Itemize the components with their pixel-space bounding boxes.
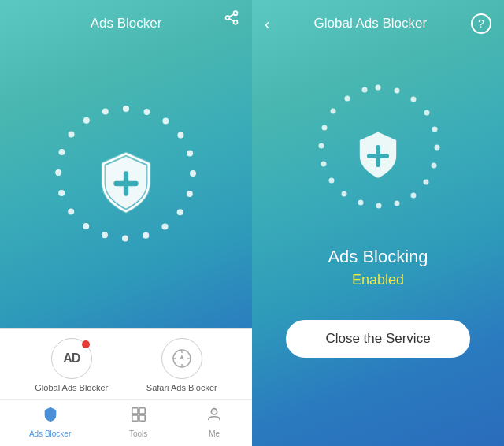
svg-point-13: [162, 224, 169, 230]
ads-blocker-tab-icon: [42, 406, 59, 427]
svg-point-52: [321, 161, 327, 166]
svg-point-40: [411, 96, 417, 102]
ads-blocker-tab-label: Ads Blocker: [29, 429, 71, 438]
me-tab-label: Me: [209, 429, 220, 438]
svg-point-55: [331, 108, 336, 113]
global-ads-blocker-circle: AD: [51, 338, 92, 379]
dotted-circle-area[interactable]: [43, 101, 209, 266]
svg-point-14: [143, 232, 149, 239]
safari-ads-blocker-circle: [161, 338, 202, 379]
right-panel: ‹ Global Ads Blocker ?: [252, 0, 504, 446]
right-title: Global Ads Blocker: [314, 16, 428, 32]
tools-tab-label: Tools: [129, 429, 147, 438]
ad-text: AD: [63, 351, 80, 366]
back-button[interactable]: ‹: [265, 15, 270, 33]
global-ads-blocker-label: Global Ads Blocker: [35, 383, 108, 392]
nav-tab-me[interactable]: Me: [190, 404, 239, 440]
svg-point-47: [395, 200, 400, 206]
svg-point-41: [424, 110, 430, 115]
notification-badge: [82, 340, 90, 348]
svg-point-11: [187, 191, 193, 197]
svg-point-37: [211, 409, 217, 414]
nav-tab-ads-blocker[interactable]: Ads Blocker: [13, 404, 87, 440]
svg-point-20: [55, 169, 61, 176]
help-button[interactable]: ?: [471, 13, 491, 34]
me-tab-icon: [206, 406, 223, 427]
svg-rect-36: [139, 415, 145, 421]
svg-line-4: [229, 14, 234, 17]
svg-rect-34: [139, 408, 145, 414]
svg-point-12: [177, 209, 183, 215]
left-header: Ads Blocker: [0, 0, 252, 39]
svg-point-10: [190, 170, 196, 177]
svg-point-22: [69, 132, 75, 138]
safari-ads-blocker-label: Safari Ads Blocker: [146, 383, 217, 392]
svg-point-7: [162, 118, 169, 125]
svg-point-48: [376, 203, 382, 208]
svg-point-54: [322, 125, 328, 130]
safari-ads-blocker-item[interactable]: Safari Ads Blocker: [146, 338, 217, 392]
svg-point-24: [102, 109, 109, 115]
share-icon[interactable]: [224, 10, 239, 30]
svg-point-44: [432, 162, 437, 168]
svg-point-17: [83, 223, 89, 229]
svg-point-53: [319, 143, 324, 148]
nav-tabs: Ads Blocker Tools: [0, 399, 252, 446]
svg-point-39: [395, 87, 400, 93]
shield-icon: [91, 148, 161, 219]
left-main: [0, 39, 252, 328]
nav-tab-tools[interactable]: Tools: [113, 404, 163, 440]
svg-point-43: [435, 144, 440, 150]
svg-point-8: [177, 132, 183, 139]
app-icons-row: AD Global Ads Blocker: [0, 329, 252, 399]
svg-point-42: [432, 126, 438, 132]
safari-compass-icon: [172, 348, 192, 369]
svg-point-56: [345, 95, 350, 101]
svg-rect-33: [132, 408, 137, 414]
left-title: Ads Blocker: [91, 16, 162, 32]
svg-point-21: [59, 149, 65, 155]
right-main: Ads Blocking Enabled Close the Service: [252, 39, 504, 399]
right-shield-icon: [346, 125, 410, 188]
svg-line-3: [229, 19, 234, 21]
svg-point-46: [411, 192, 417, 198]
svg-rect-35: [132, 415, 137, 421]
svg-point-45: [424, 179, 429, 184]
svg-point-19: [58, 190, 65, 196]
svg-point-5: [123, 106, 129, 112]
svg-point-51: [329, 177, 335, 183]
svg-point-49: [358, 199, 364, 205]
svg-point-57: [362, 87, 368, 92]
svg-point-18: [68, 209, 74, 215]
svg-point-15: [122, 236, 128, 242]
right-spacer: [252, 399, 504, 446]
tools-tab-icon: [130, 406, 147, 427]
svg-point-9: [187, 151, 193, 157]
svg-marker-32: [180, 355, 184, 360]
svg-point-16: [102, 232, 108, 238]
global-ads-blocker-item[interactable]: AD Global Ads Blocker: [35, 338, 108, 392]
close-service-button[interactable]: Close the Service: [286, 320, 469, 358]
enabled-status: Enabled: [352, 272, 404, 288]
svg-point-38: [376, 84, 381, 90]
right-header: ‹ Global Ads Blocker ?: [252, 0, 504, 39]
svg-point-23: [83, 117, 90, 124]
ads-blocking-title: Ads Blocking: [328, 247, 428, 267]
right-shield-area: [303, 81, 453, 231]
svg-point-50: [342, 191, 347, 196]
svg-point-6: [144, 109, 150, 115]
left-panel: Ads Blocker: [0, 0, 252, 446]
left-bottom: AD Global Ads Blocker: [0, 328, 252, 446]
